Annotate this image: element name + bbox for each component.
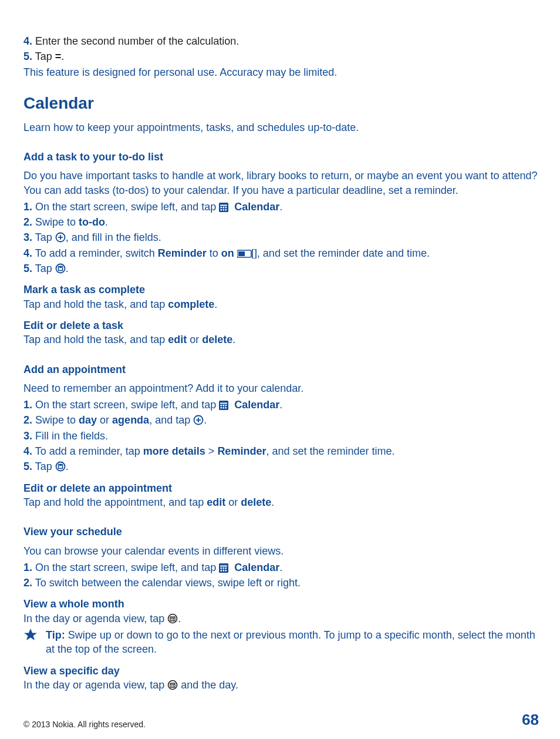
step-mid: to bbox=[207, 247, 221, 259]
calendar-icon bbox=[219, 401, 228, 410]
add-appt-step-1: 1. On the start screen, swipe left, and … bbox=[23, 398, 539, 412]
heading-mark-complete: Mark a task as complete bbox=[23, 283, 539, 297]
step-bold: = bbox=[55, 51, 62, 62]
on-bold: on bbox=[221, 247, 234, 259]
post: . bbox=[232, 334, 235, 345]
step-number: 5. bbox=[23, 461, 32, 472]
add-appt-step-2: 2. Swipe to day or agenda, and tap . bbox=[23, 413, 539, 427]
delete-bold: delete bbox=[202, 334, 232, 345]
page-footer: © 2013 Nokia. All rights reserved. 68 bbox=[23, 710, 539, 730]
step-pre: On the start screen, swipe left, and tap bbox=[32, 562, 219, 573]
bold: complete bbox=[168, 298, 214, 310]
tip-text: Swipe up or down to go to the next or pr… bbox=[46, 629, 535, 655]
mid: or bbox=[225, 496, 241, 508]
step-number: 1. bbox=[23, 399, 32, 411]
add-task-step-1: 1. On the start screen, swipe left, and … bbox=[23, 200, 539, 214]
pre: Tap and hold the appointment, and tap bbox=[23, 496, 207, 508]
add-task-intro: Do you have important tasks to handle at… bbox=[23, 169, 539, 197]
plus-circle-icon bbox=[193, 415, 204, 425]
step-pre: On the start screen, swipe left, and tap bbox=[32, 399, 219, 411]
step-number: 2. bbox=[23, 216, 32, 228]
heading-calendar: Calendar bbox=[23, 92, 539, 115]
step-text: Fill in the fields. bbox=[32, 430, 108, 442]
add-task-step-5: 5. Tap . bbox=[23, 261, 539, 276]
tip-row: Tip: Swipe up or down to go to the next … bbox=[23, 628, 539, 657]
post: . bbox=[178, 613, 181, 624]
delete-bold: delete bbox=[241, 496, 271, 508]
view-month-text: In the day or agenda view, tap . bbox=[23, 612, 539, 626]
add-task-step-4: 4. To add a reminder, switch Reminder to… bbox=[23, 246, 539, 260]
heading-edit-appointment: Edit or delete an appointment bbox=[23, 481, 539, 495]
post: . bbox=[271, 496, 274, 508]
step-calc-4: 4. Enter the second number of the calcul… bbox=[23, 34, 539, 48]
add-appt-step-4: 4. To add a reminder, tap more details >… bbox=[23, 444, 539, 458]
add-task-step-3: 3. Tap , and fill in the fields. bbox=[23, 230, 539, 244]
step-number: 5. bbox=[23, 263, 32, 274]
step-post: . bbox=[279, 399, 282, 411]
step-post: . bbox=[279, 201, 282, 213]
edit-task-text: Tap and hold the task, and tap edit or d… bbox=[23, 332, 539, 347]
mid: or bbox=[187, 334, 202, 345]
post: , and tap bbox=[149, 414, 193, 426]
more-details-bold: more details bbox=[143, 445, 205, 457]
heading-edit-task: Edit or delete a task bbox=[23, 318, 539, 332]
step-bold: Calendar bbox=[234, 562, 279, 573]
step-number: 3. bbox=[23, 430, 32, 442]
star-icon bbox=[23, 628, 38, 641]
edit-bold: edit bbox=[168, 334, 187, 345]
step-post: , and fill in the fields. bbox=[66, 231, 161, 243]
step-number: 4. bbox=[23, 445, 32, 457]
view-step-2: 2. To switch between the calendar views,… bbox=[23, 576, 539, 590]
step-text: To switch between the calendar views, sw… bbox=[32, 577, 301, 589]
step-post: . bbox=[279, 562, 282, 573]
heading-view-schedule: View your schedule bbox=[23, 525, 539, 539]
agenda-bold: agenda bbox=[112, 414, 149, 426]
post: . bbox=[214, 298, 217, 310]
save-circle-icon bbox=[55, 263, 66, 274]
mark-complete-text: Tap and hold the task, and tap complete. bbox=[23, 297, 539, 311]
tip-label: Tip: bbox=[46, 629, 68, 641]
step-bold: Calendar bbox=[234, 201, 279, 213]
heading-add-appointment: Add an appointment bbox=[23, 362, 539, 377]
post: and the day. bbox=[178, 679, 238, 691]
step-pre: Swipe to bbox=[32, 216, 79, 228]
post2: . bbox=[204, 414, 207, 426]
heading-add-task: Add a task to your to-do list bbox=[23, 150, 539, 164]
step-number: 2. bbox=[23, 414, 32, 426]
edit-bold: edit bbox=[207, 496, 225, 508]
post: , and set the reminder time. bbox=[266, 445, 394, 457]
add-task-step-2: 2. Swipe to to-do. bbox=[23, 215, 539, 229]
step-pre: On the start screen, swipe left, and tap bbox=[32, 201, 219, 213]
step-calc-5: 5. Tap =. bbox=[23, 49, 539, 63]
heading-view-day: View a specific day bbox=[23, 664, 539, 678]
gt: > bbox=[205, 445, 218, 457]
month-circle-icon bbox=[167, 680, 178, 690]
view-day-text: In the day or agenda view, tap and the d… bbox=[23, 678, 539, 692]
step-number: 4. bbox=[23, 247, 32, 259]
view-step-1: 1. On the start screen, swipe left, and … bbox=[23, 560, 539, 575]
step-number: 3. bbox=[23, 231, 32, 243]
day-bold: day bbox=[79, 414, 97, 426]
save-circle-icon bbox=[55, 461, 66, 472]
view-schedule-intro: You can browse your calendar events in d… bbox=[23, 544, 539, 558]
tip-body: Tip: Swipe up or down to go to the next … bbox=[46, 628, 539, 657]
step-pre: To add a reminder, switch bbox=[32, 247, 158, 259]
copyright-text: © 2013 Nokia. All rights reserved. bbox=[23, 719, 146, 730]
step-pre: Tap bbox=[32, 263, 55, 274]
calendar-icon bbox=[219, 563, 228, 573]
step-text: Enter the second number of the calculati… bbox=[32, 35, 239, 47]
step-pre: Swipe to bbox=[32, 414, 79, 426]
step-number: 1. bbox=[23, 562, 32, 573]
step-pre: Tap bbox=[32, 231, 55, 243]
plus-circle-icon bbox=[55, 232, 66, 243]
step-pre: Tap bbox=[32, 461, 55, 472]
edit-appointment-text: Tap and hold the appointment, and tap ed… bbox=[23, 495, 539, 509]
month-circle-icon bbox=[167, 613, 178, 624]
step-number: 4. bbox=[23, 35, 32, 47]
step-post: . bbox=[61, 51, 64, 62]
step-post: . bbox=[66, 461, 69, 472]
step-post: , and set the reminder date and time. bbox=[257, 247, 430, 259]
step-bold: to-do bbox=[79, 216, 105, 228]
mid: or bbox=[97, 414, 112, 426]
step-bold: Calendar bbox=[234, 399, 279, 411]
